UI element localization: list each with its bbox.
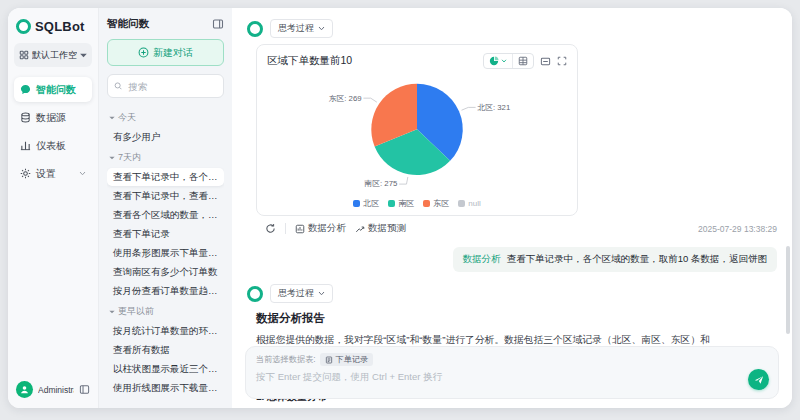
chat-item[interactable]: 查看下单记录 <box>107 225 224 243</box>
chevron-down-icon <box>109 116 115 120</box>
assistant-message-header: 思考过程 <box>247 19 777 38</box>
chart-title: 区域下单数量前10 <box>267 54 352 68</box>
chat-item-selected[interactable]: 查看下单记录中，各个区域的数量... <box>107 168 224 186</box>
message-timestamp: 2025-07-29 13:38:29 <box>698 224 777 234</box>
pie-chart[interactable]: 北区: 321南区: 275东区: 269 <box>267 69 567 197</box>
fullscreen-button[interactable] <box>557 56 567 66</box>
collapse-sidebar-icon[interactable] <box>79 384 90 395</box>
export-chart-button[interactable] <box>540 56 551 67</box>
user-message-bubble: 数据分析查看下单记录中，各个区域的数量，取前10 条数据，返回饼图 <box>453 247 777 272</box>
pie-legend[interactable]: 北区南区东区null <box>267 198 567 209</box>
legend-item[interactable]: 东区 <box>423 198 449 209</box>
sidebar-item-dashboard[interactable]: 仪表板 <box>14 133 92 158</box>
refresh-icon <box>265 223 276 234</box>
assistant-avatar <box>247 286 263 302</box>
chat-item[interactable]: 按月统计订单数量的环比增长率 <box>107 322 224 340</box>
assistant-message-header: 思考过程 <box>247 284 777 303</box>
sidebar-nav: 智能问数 数据源 仪表板 设置 <box>14 77 92 186</box>
sidebar-item-label: 设置 <box>36 167 74 181</box>
paper-plane-icon <box>754 375 764 385</box>
chevron-down-icon <box>80 53 87 58</box>
workspace-selector[interactable]: 默认工作空间 <box>14 43 92 67</box>
datasource-row: 当前选择数据表: 下单记录 <box>256 353 768 366</box>
chevron-down-icon <box>79 171 86 176</box>
report-title: 数据分析报告 <box>256 311 777 326</box>
plus-circle-icon <box>138 47 149 58</box>
brand-name: SQLBot <box>35 19 85 34</box>
search-input[interactable] <box>126 80 217 93</box>
sidebar-item-label: 智能问数 <box>36 83 76 97</box>
datasource-chip[interactable]: 下单记录 <box>320 353 374 366</box>
legend-item[interactable]: 北区 <box>353 198 379 209</box>
user-account[interactable]: Administrator <box>14 379 92 400</box>
chat-item[interactable]: 查看下单记录中，查看各个区域的... <box>107 187 224 205</box>
scrollbar-thumb[interactable] <box>786 246 790 334</box>
composer[interactable]: 当前选择数据表: 下单记录 按下 Enter 提交问题，使用 Ctrl + En… <box>245 346 779 399</box>
thinking-process-toggle[interactable]: 思考过程 <box>270 284 333 303</box>
thinking-process-toggle[interactable]: 思考过程 <box>270 19 333 38</box>
chat-item[interactable]: 使用条形图展示下单量排名前5的日... <box>107 244 224 262</box>
chart-type-pie-button[interactable] <box>484 54 512 68</box>
chat-item[interactable]: 查询南区有多少个订单数 <box>107 263 224 281</box>
chat-history-list: 今天 有多少用户 7天内 查看下单记录中，各个区域的数量... 查看下单记录中，… <box>107 106 224 399</box>
group-label-earlier[interactable]: 更早以前 <box>109 305 222 318</box>
sidebar-item-datasource[interactable]: 数据源 <box>14 105 92 130</box>
brand: SQLBot <box>14 17 92 43</box>
user-message-row: 数据分析查看下单记录中，各个区域的数量，取前10 条数据，返回饼图 <box>247 247 777 272</box>
analysis-icon <box>295 224 305 234</box>
send-button[interactable] <box>748 369 769 390</box>
panel-title: 智能问数 <box>107 17 149 31</box>
fullscreen-icon <box>557 56 567 66</box>
chat-item[interactable]: 查看各个区域的数量，取前10 条数... <box>107 206 224 224</box>
chat-item[interactable]: 以柱状图显示最近三个月的订单量 <box>107 360 224 378</box>
sidebar-item-settings[interactable]: 设置 <box>14 161 92 186</box>
sqlbot-logo-icon <box>16 19 31 34</box>
chat-main: 思考过程 区域下单数量前10 <box>232 8 792 408</box>
chart-toolbar <box>483 53 567 69</box>
svg-text:南区: 275: 南区: 275 <box>364 179 398 188</box>
refresh-button[interactable] <box>265 223 276 234</box>
data-analysis-button[interactable]: 数据分析 <box>295 222 346 235</box>
chat-item[interactable]: 查看所有数据 <box>107 341 224 359</box>
search-box[interactable] <box>107 74 224 98</box>
workspace-name: 默认工作空间 <box>32 49 77 62</box>
message-actions: 数据分析 数据预测 2025-07-29 13:38:29 <box>265 222 777 235</box>
database-icon <box>20 112 31 123</box>
chevron-down-icon <box>318 291 325 296</box>
workspace-icon <box>19 50 29 60</box>
chevron-down-icon <box>109 156 115 160</box>
svg-text:北区: 321: 北区: 321 <box>476 103 510 112</box>
chevron-down-icon <box>318 26 325 31</box>
group-label-today[interactable]: 今天 <box>109 111 222 124</box>
analysis-tag: 数据分析 <box>463 253 501 264</box>
dashboard-icon <box>20 140 31 151</box>
chat-item[interactable]: 有多少用户 <box>107 128 224 146</box>
export-icon <box>540 56 551 67</box>
table-doc-icon <box>325 356 333 364</box>
chat-item[interactable]: 按月份查看订单数量趋势，使用折... <box>107 282 224 300</box>
new-chat-button[interactable]: 新建对话 <box>107 39 224 66</box>
collapse-panel-icon[interactable] <box>212 18 224 30</box>
svg-text:东区: 269: 东区: 269 <box>329 94 362 103</box>
legend-item[interactable]: null <box>458 198 480 209</box>
table-icon <box>518 56 528 66</box>
legend-item[interactable]: 南区 <box>388 198 414 209</box>
avatar <box>16 381 33 398</box>
user-message-text: 查看下单记录中，各个区域的数量，取前10 条数据，返回饼图 <box>507 253 767 264</box>
chat-item[interactable]: 使用柱状图展示每天的下载量变化 <box>107 398 224 399</box>
question-input[interactable]: 按下 Enter 提交问题，使用 Ctrl + Enter 换行 <box>256 371 768 384</box>
sidebar-item-chat-qa[interactable]: 智能问数 <box>14 77 92 102</box>
sidebar-item-label: 仪表板 <box>36 139 66 153</box>
app-window: SQLBot 默认工作空间 智能问数 数据源 仪表板 设置 <box>8 8 792 408</box>
sidebar-item-label: 数据源 <box>36 111 66 125</box>
new-chat-label: 新建对话 <box>153 46 193 60</box>
chat-item[interactable]: 使用折线图展示下载量随日期的变... <box>107 379 224 397</box>
data-predict-button[interactable]: 数据预测 <box>355 222 406 235</box>
search-icon <box>114 81 122 91</box>
chevron-down-icon <box>109 310 115 314</box>
chat-history-panel: 智能问数 新建对话 今天 有多少用户 7天内 查看下单记录中，各个区域的数量..… <box>98 8 232 408</box>
chevron-down-icon <box>501 59 507 63</box>
datasource-label: 当前选择数据表: <box>256 354 316 365</box>
group-label-7days[interactable]: 7天内 <box>109 151 222 164</box>
table-view-button[interactable] <box>512 54 533 68</box>
